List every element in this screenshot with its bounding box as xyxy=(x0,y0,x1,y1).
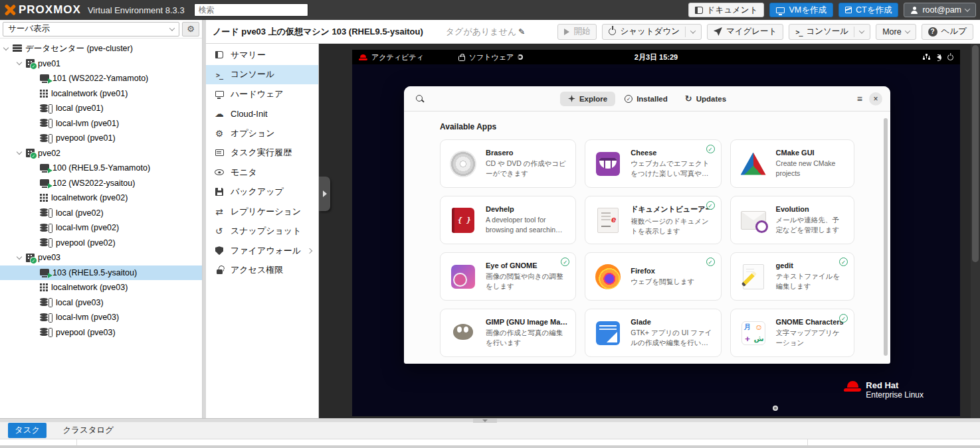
menu-item-monitor[interactable]: モニタ xyxy=(206,163,318,183)
app-card-gnome-characters[interactable]: GNOME Characters文字マップアプリケーション xyxy=(730,309,854,357)
tree-settings-button[interactable] xyxy=(182,22,199,37)
app-card-cheese[interactable]: Cheeseウェブカムでエフェクトをつけた楽しい写真や… xyxy=(585,139,721,188)
app-card-devhelp[interactable]: DevhelpA developer tool for browsing and… xyxy=(440,196,576,244)
book-icon xyxy=(215,51,223,58)
activities-button[interactable]: アクティビティ xyxy=(359,52,424,62)
tree-item-vm-102[interactable]: 102 (WS2022-ysaitou) xyxy=(0,176,202,191)
tree-item-pve02[interactable]: pve02 xyxy=(0,146,202,161)
app-name: GNOME Characters xyxy=(776,318,846,326)
menu-item-hardware[interactable]: ハードウェア xyxy=(206,84,318,104)
app-card-evolution[interactable]: Evolutionメールや連絡先、予定などを管理します xyxy=(730,196,854,244)
menu-item-backup[interactable]: バックアップ xyxy=(206,183,318,202)
tree-item-local-pve01[interactable]: local (pve01) xyxy=(0,101,202,116)
user-menu-button[interactable]: root@pam xyxy=(904,3,976,17)
tree-item-localnetwork-pve03[interactable]: localnetwork (pve03) xyxy=(0,280,202,295)
chevron-down-icon[interactable] xyxy=(690,28,696,33)
hamburger-menu-icon[interactable] xyxy=(857,94,862,104)
tags-area[interactable]: タグがありません xyxy=(446,26,526,38)
search-icon[interactable] xyxy=(416,95,424,103)
list-icon xyxy=(215,149,224,156)
bottom-splitter[interactable] xyxy=(0,418,980,422)
console-area: アクティビティ ソフトウェア 2月3日 15:29 xyxy=(319,44,980,418)
app-card-firefox[interactable]: Firefoxウェブを閲覧します xyxy=(585,252,721,301)
documentation-button[interactable]: ドキュメント xyxy=(688,3,765,17)
tree-item-pvepool-pve01[interactable]: pvepool (pve01) xyxy=(0,131,202,146)
tree-item-pvepool-pve02[interactable]: pvepool (pve02) xyxy=(0,236,202,251)
scrollbar-thumb[interactable] xyxy=(972,45,979,262)
software-app-menu[interactable]: ソフトウェア xyxy=(458,52,524,62)
help-button[interactable]: ヘルプ xyxy=(922,24,973,40)
chevron-down-icon[interactable] xyxy=(3,45,9,50)
menu-item-firewall[interactable]: ファイアウォール xyxy=(206,241,318,261)
clock[interactable]: 2月3日 15:29 xyxy=(635,52,678,62)
app-card-gedit[interactable]: geditテキストファイルを編集します xyxy=(730,252,854,301)
panel-collapse-handle[interactable] xyxy=(319,177,330,211)
view-selector-dropdown[interactable]: サーバ表示 xyxy=(3,22,179,37)
create-vm-button[interactable]: VMを作成 xyxy=(769,3,833,17)
chevron-down-icon[interactable] xyxy=(859,28,864,33)
app-name: Cheese xyxy=(631,149,712,157)
power-status-icon[interactable] xyxy=(947,54,953,60)
chevron-down-icon[interactable] xyxy=(17,254,22,260)
tab-cluster-log[interactable]: クラスタログ xyxy=(56,423,120,438)
menu-item-task-history[interactable]: タスク実行履歴 xyxy=(206,143,318,163)
tree-item-localnetwork-pve01[interactable]: localnetwork (pve01) xyxy=(0,86,202,102)
tree-item-local-lvm-pve03[interactable]: local-lvm (pve03) xyxy=(0,310,202,325)
tree-item-datacenter[interactable]: データセンター (pve-cluster) xyxy=(0,41,202,56)
console-scrollbar[interactable] xyxy=(971,44,980,418)
page-title: ノード pve03 上の仮想マシン 103 (RHEL9.5-ysaitou) xyxy=(213,26,423,38)
search-input[interactable] xyxy=(194,3,308,17)
menu-item-snapshots[interactable]: ↺スナップショット xyxy=(206,222,318,242)
network-status-icon[interactable] xyxy=(923,54,930,60)
more-button[interactable]: More xyxy=(876,24,916,40)
vm-screen[interactable]: アクティビティ ソフトウェア 2月3日 15:29 xyxy=(352,50,960,416)
tree-item-local-pve02[interactable]: local (pve02) xyxy=(0,206,202,221)
chevron-down-icon[interactable] xyxy=(17,60,22,65)
tab-label: Explore xyxy=(579,95,607,103)
tab-updates[interactable]: Updates xyxy=(677,91,734,106)
create-ct-button[interactable]: CTを作成 xyxy=(838,3,898,17)
chevron-down-icon[interactable] xyxy=(17,149,22,155)
tree-item-vm-101[interactable]: 101 (WS2022-Yamamoto) xyxy=(0,71,202,86)
menu-item-console[interactable]: コンソール xyxy=(206,65,318,85)
splitter-handle[interactable] xyxy=(473,419,497,423)
app-card-glade[interactable]: GladeGTK+ アプリの UI ファイルの作成や編集を行い… xyxy=(585,309,721,357)
network-icon xyxy=(40,283,48,291)
volume-icon[interactable] xyxy=(937,54,941,60)
tab-installed[interactable]: Installed xyxy=(617,92,676,106)
app-desc: GTK+ アプリの UI ファイルの作成や編集を行い… xyxy=(631,328,712,347)
app-card-cmake-gui[interactable]: CMake GUICreate new CMake projects xyxy=(730,139,854,188)
glade-app-icon xyxy=(593,319,623,348)
vm-toolbar: ノード pve03 上の仮想マシン 103 (RHEL9.5-ysaitou) … xyxy=(206,20,980,44)
app-card-gimp[interactable]: GIMP (GNU Image Ma…画像の作成と写真の編集を行います xyxy=(440,309,576,357)
menu-item-summary[interactable]: サマリー xyxy=(206,45,318,65)
edit-pencil-icon[interactable] xyxy=(518,27,525,37)
migrate-button[interactable]: マイグレート xyxy=(707,24,783,40)
console-button[interactable]: コンソール xyxy=(789,24,870,40)
close-window-button[interactable] xyxy=(869,92,882,106)
menu-item-replication[interactable]: ⇄レプリケーション xyxy=(206,202,318,222)
window-scrollbar[interactable] xyxy=(884,118,888,356)
tree-item-localnetwork-pve02[interactable]: localnetwork (pve02) xyxy=(0,190,202,206)
menu-item-permissions[interactable]: アクセス権限 xyxy=(206,261,318,281)
tree-item-label: local-lvm (pve02) xyxy=(56,223,119,232)
tree-item-local-lvm-pve01[interactable]: local-lvm (pve01) xyxy=(0,116,202,131)
tab-tasks[interactable]: タスク xyxy=(8,423,47,438)
tree-item-pvepool-pve03[interactable]: pvepool (pve03) xyxy=(0,325,202,340)
tree-item-label: local (pve03) xyxy=(56,298,104,307)
menu-item-options[interactable]: ⚙オプション xyxy=(206,123,318,143)
tab-explore[interactable]: Explore xyxy=(560,92,615,106)
app-card-document-viewer[interactable]: ドキュメントビューアー複数ページのドキュメントを表示します xyxy=(585,196,721,244)
menu-item-cloud-init[interactable]: ☁Cloud-Init xyxy=(206,104,318,124)
vm-menu: サマリー コンソール ハードウェア ☁Cloud-Init ⚙オプション タスク… xyxy=(206,44,319,418)
tree-item-local-pve03[interactable]: local (pve03) xyxy=(0,295,202,311)
app-card-eye-of-gnome[interactable]: Eye of GNOME画像の閲覧や向きの調整をします xyxy=(440,252,576,301)
tree-item-pve01[interactable]: pve01 xyxy=(0,56,202,72)
tree-item-vm-100[interactable]: 100 (RHEL9.5-Yamamoto) xyxy=(0,161,202,176)
tree-item-pve03[interactable]: pve03 xyxy=(0,250,202,265)
tree-item-vm-103-selected[interactable]: 103 (RHEL9.5-ysaitou) xyxy=(0,265,202,281)
tree-item-local-lvm-pve02[interactable]: local-lvm (pve02) xyxy=(0,220,202,236)
shutdown-button[interactable]: シャットダウン xyxy=(602,24,702,40)
start-button[interactable]: 開始 xyxy=(557,24,597,40)
app-card-brasero[interactable]: BraseroCD や DVD の作成やコピーができます xyxy=(440,139,576,188)
